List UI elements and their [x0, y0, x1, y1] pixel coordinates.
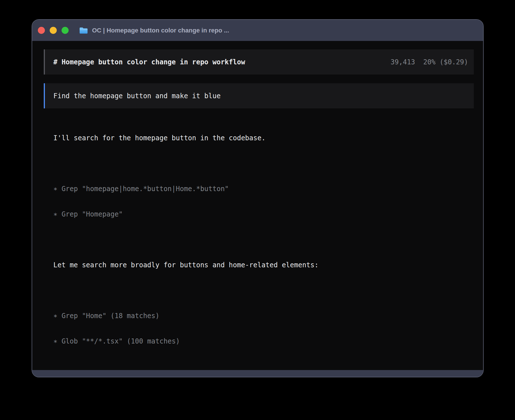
assistant-paragraph: I'll search for the homepage button in t… [53, 117, 474, 159]
context-cost: 20% ($0.29) [423, 58, 468, 66]
tool-call-grep: ∗ Grep "homepage|home.*button|Home.*butt… [53, 185, 474, 193]
user-message: Find the homepage button and make it blu… [44, 83, 474, 108]
user-message-text: Find the homepage button and make it blu… [53, 92, 221, 100]
session-view: # Homepage button color change in repo w… [32, 41, 483, 370]
tool-call-grep: ∗ Grep "Homepage" [53, 210, 474, 218]
token-count: 39,413 [390, 58, 415, 66]
tool-call-group: ∗ Grep "homepage|home.*button|Home.*butt… [53, 168, 474, 235]
folder-icon [79, 27, 88, 34]
assistant-paragraph: Let me search more broadly for buttons a… [53, 244, 474, 286]
terminal-window: OC | Homepage button color change in rep… [32, 19, 484, 377]
traffic-lights [38, 27, 69, 34]
window-title: OC | Homepage button color change in rep… [92, 27, 229, 34]
tool-call-glob: ∗ Glob "**/*.tsx" (100 matches) [53, 337, 474, 345]
window-bottom-bar [32, 370, 483, 377]
close-button[interactable] [38, 27, 45, 34]
session-header: # Homepage button color change in repo w… [44, 49, 474, 75]
tool-call-group: ∗ Grep "Home" (18 matches) ∗ Glob "**/*.… [53, 295, 474, 362]
titlebar[interactable]: OC | Homepage button color change in rep… [32, 20, 483, 41]
session-title: # Homepage button color change in repo w… [53, 58, 245, 66]
zoom-button[interactable] [62, 27, 69, 34]
minimize-button[interactable] [50, 27, 57, 34]
session-stats: 39,413 20% ($0.29) [390, 58, 468, 66]
tool-call-grep: ∗ Grep "Home" (18 matches) [53, 312, 474, 320]
